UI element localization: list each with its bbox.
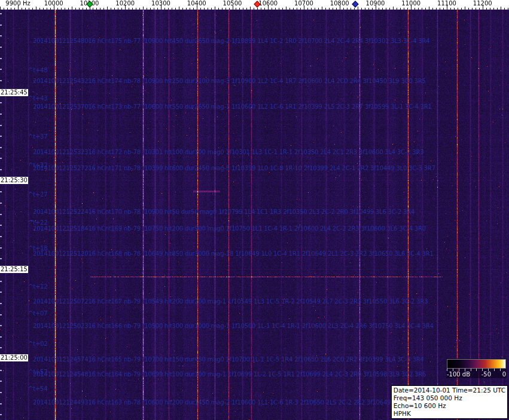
freq-label: 10800: [330, 0, 349, 7]
detection-line: 20141001212548016 hCnt175 nb-77 f10900 h…: [33, 38, 430, 44]
ruler-tick: [186, 8, 187, 10]
ruler-tick: [293, 8, 294, 10]
ruler-tick: [246, 8, 247, 10]
ruler-tick: [432, 8, 433, 10]
detection-line: 20141001212449316 hCnt163 nb-78 f10600 h…: [33, 399, 409, 406]
freq-label: 10600: [258, 0, 278, 7]
detection-line: 20141001212512016 hCnt168 nb-78 f10649 h…: [33, 250, 434, 257]
ruler-tick: [72, 7, 72, 10]
ruler-tick: [29, 8, 29, 10]
time-offset-label: ^t+54: [28, 385, 47, 392]
ruler-tick: [193, 8, 194, 10]
ruler-tick: [86, 8, 87, 10]
ruler-tick: [175, 8, 176, 10]
ruler-tick: [157, 8, 158, 10]
ruler-tick: [358, 7, 358, 10]
time-label: 21:25:45: [0, 89, 28, 96]
ruler-tick: [389, 8, 390, 10]
ruler-tick: [65, 8, 65, 10]
ruler-tick: [225, 8, 226, 10]
ruler-tick: [61, 8, 62, 10]
ruler-tick: [75, 8, 76, 10]
ruler-tick: [96, 8, 97, 10]
ruler-tick: [472, 8, 473, 10]
ruler-tick: [172, 8, 172, 10]
ruler-tick: [264, 8, 265, 10]
time-offset-label: ^t+12: [28, 283, 47, 290]
ruler-tick: [254, 8, 254, 10]
ruler-tick: [300, 8, 301, 10]
ruler-tick: [7, 8, 8, 10]
ruler-tick: [458, 8, 458, 10]
scale-label: 0: [502, 371, 506, 378]
detection-line: 20141001212502316 hCnt166 nb-79 f10500 h…: [33, 323, 434, 329]
detection-line: 20141001212522416 hCnt170 nb-78 f10900 h…: [33, 209, 414, 215]
ruler-tick: [315, 8, 315, 10]
ruler-tick: [272, 8, 272, 10]
ruler-tick: [493, 8, 494, 10]
ruler-tick: [68, 8, 69, 10]
scale-label: -100 dB: [447, 371, 470, 378]
ruler-tick: [333, 8, 333, 10]
color-scale: -100 dB-500: [446, 358, 507, 378]
ruler-tick: [211, 8, 212, 10]
ruler-tick: [100, 8, 100, 10]
freq-label: 10000: [44, 0, 63, 7]
color-scale-gradient: [447, 359, 506, 369]
ruler-tick: [468, 8, 469, 10]
ruler-tick: [347, 8, 348, 10]
detection-line: 20141001212507216 hCnt167 nb-79 f10549 h…: [33, 298, 428, 305]
ruler-tick: [336, 8, 337, 10]
ruler-tick: [379, 8, 379, 10]
ruler-tick: [372, 8, 373, 10]
ruler-tick: [114, 8, 115, 10]
ruler-tick: [414, 8, 415, 10]
ruler-tick: [386, 8, 386, 10]
ruler-tick: [404, 8, 404, 10]
freq-label: 11100: [437, 0, 456, 7]
ruler-tick: [501, 7, 501, 10]
ruler-tick: [261, 8, 261, 10]
detection-overlay-layer: 20141001212548016 hCnt175 nb-77 f10900 h…: [0, 0, 509, 420]
ruler-tick: [147, 8, 147, 10]
time-offset-label: ^t+07: [28, 310, 47, 317]
ruler-tick: [229, 8, 230, 10]
spectrogram-window: 9900 Hz100001010010200103001040010500106…: [0, 0, 509, 420]
ruler-tick: [368, 8, 369, 10]
ruler-tick: [440, 8, 440, 10]
ruler-tick: [400, 8, 401, 10]
detection-line: 20141001212527216 hCnt171 nb-78 f10399 h…: [33, 165, 435, 171]
ruler-tick: [361, 8, 362, 10]
ruler-tick: [504, 8, 505, 10]
ruler-tick: [407, 8, 408, 10]
ruler-tick: [275, 8, 276, 10]
ruler-tick: [243, 8, 243, 10]
ruler-tick: [465, 7, 465, 10]
ruler-tick: [39, 8, 40, 10]
ruler-tick: [190, 8, 190, 10]
ruler-tick: [25, 8, 26, 10]
ruler-tick: [4, 8, 4, 10]
ruler-tick: [307, 8, 308, 10]
ruler-tick: [43, 8, 44, 10]
time-offset-label: ^t+02: [28, 341, 47, 347]
info-line: Echo=10 600 Hz: [394, 402, 505, 410]
ruler-tick: [150, 8, 151, 10]
ruler-tick: [93, 8, 93, 10]
ruler-tick: [454, 8, 455, 10]
freq-label: 10300: [151, 0, 170, 7]
time-label: 21:25:30: [0, 177, 28, 184]
ruler-tick: [461, 8, 462, 10]
detection-line: 20141001212543216 hCnt174 nb-78 f10900 h…: [33, 78, 426, 84]
ruler-tick: [425, 8, 426, 10]
ruler-tick: [490, 8, 490, 10]
time-offset-label: ^t+48: [28, 67, 47, 73]
ruler-tick: [136, 8, 136, 10]
ruler-tick: [50, 8, 51, 10]
ruler-tick: [154, 8, 154, 10]
ruler-tick: [450, 8, 451, 10]
frequency-ruler: 9900 Hz100001010010200103001040010500106…: [0, 0, 509, 10]
freq-label: 10200: [115, 0, 135, 7]
info-line: Freq=143 050 000 Hz: [394, 394, 505, 402]
ruler-tick: [79, 8, 80, 10]
